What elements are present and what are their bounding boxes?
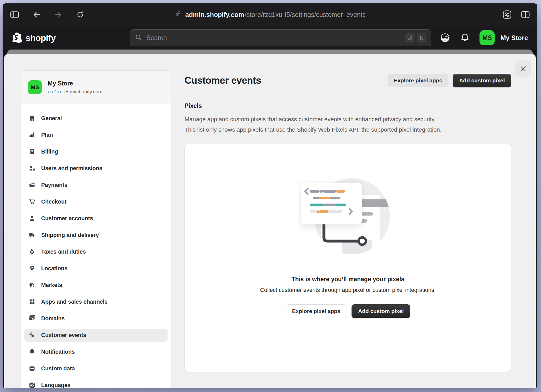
sidebar-item-custom-data[interactable]: Custom data xyxy=(24,362,168,375)
shopify-logo[interactable]: shopify xyxy=(12,32,56,44)
empty-state-title: This is where you’ll manage your pixels xyxy=(291,276,404,283)
sidebar-item-customer-accounts[interactable]: Customer accounts xyxy=(24,212,168,225)
store-avatar: MS xyxy=(28,80,42,94)
sidebar-item-label: Shipping and delivery xyxy=(41,232,99,238)
sidebar-item-billing[interactable]: $Billing xyxy=(24,145,168,158)
sidebar-item-checkout[interactable]: Checkout xyxy=(24,195,168,208)
notifications-bell-icon[interactable] xyxy=(460,33,470,43)
search-icon xyxy=(135,34,142,42)
sidebar-item-markets[interactable]: $Markets xyxy=(24,279,168,292)
sidebar-item-customer-events[interactable]: Customer events xyxy=(24,329,168,342)
browser-settings-icon[interactable] xyxy=(502,9,512,20)
languages-icon: A xyxy=(29,382,35,388)
settings-sidebar: MS My Store rzq1xu-f5.myshopify.com Gene… xyxy=(21,54,171,388)
svg-text:$: $ xyxy=(31,149,33,153)
url-path: /store/rzq1xu-f5/settings/customer_event… xyxy=(245,11,366,19)
sidebar-item-plan[interactable]: Plan xyxy=(24,128,168,142)
store-domain: rzq1xu-f5.myshopify.com xyxy=(48,89,102,95)
store-header[interactable]: MS My Store rzq1xu-f5.myshopify.com xyxy=(21,71,171,104)
browser-chrome: admin.shopify.com/store/rzq1xu-f5/settin… xyxy=(3,3,537,26)
sidebar-item-apps-and-sales-channels[interactable]: Apps and sales channels xyxy=(24,295,168,308)
add-custom-pixel-button[interactable]: Add custom pixel xyxy=(453,74,511,87)
search-placeholder: Search xyxy=(146,34,167,42)
markets-icon: $ xyxy=(29,282,35,289)
notifications-icon xyxy=(29,348,35,355)
custom-data-icon xyxy=(29,365,35,372)
sidebar-item-label: Locations xyxy=(41,265,67,272)
settings-menu: GeneralPlan$BillingUsers and permissions… xyxy=(21,104,171,388)
sidebar-toggle-icon[interactable] xyxy=(9,9,20,20)
sidebar-item-domains[interactable]: Domains xyxy=(24,312,168,325)
pixels-description: Manage app and custom pixels that access… xyxy=(185,114,511,135)
sidebar-item-notifications[interactable]: Notifications xyxy=(24,345,168,358)
url-host: admin.shopify.com xyxy=(185,11,244,19)
svg-text:A: A xyxy=(30,384,32,387)
link-icon xyxy=(174,10,182,19)
add-custom-pixel-button-empty[interactable]: Add custom pixel xyxy=(352,304,410,318)
search-input[interactable]: Search ⌘ K xyxy=(130,29,431,46)
sidebar-item-label: Users and permissions xyxy=(41,165,102,172)
sidebar-item-label: Billing xyxy=(41,149,58,155)
sidebar-item-label: Customer accounts xyxy=(41,215,93,222)
sidebar-item-shipping-and-delivery[interactable]: Shipping and delivery xyxy=(24,229,168,242)
empty-state-subtitle: Collect customer events through app pixe… xyxy=(260,287,436,293)
taxes-icon xyxy=(29,248,35,255)
sidebar-item-taxes-and-duties[interactable]: Taxes and duties xyxy=(24,245,168,258)
pixels-illustration xyxy=(298,177,397,255)
shopify-bag-icon xyxy=(12,32,23,44)
store-name: My Store xyxy=(48,80,102,87)
explore-pixel-apps-button-empty[interactable]: Explore pixel apps xyxy=(286,304,347,318)
sidebar-item-languages[interactable]: ALanguages xyxy=(24,379,168,388)
explore-pixel-apps-button[interactable]: Explore pixel apps xyxy=(388,74,448,87)
app-pixels-link[interactable]: app pixels xyxy=(237,126,263,133)
back-icon[interactable] xyxy=(31,9,42,20)
store-card: MS My Store rzq1xu-f5.myshopify.com Gene… xyxy=(21,70,171,388)
description-line2-post: that use the Shopify Web Pixels API, the… xyxy=(263,126,441,133)
sidebar-item-users-and-permissions[interactable]: Users and permissions xyxy=(24,162,168,175)
billing-icon: $ xyxy=(29,148,35,155)
split-view-icon[interactable] xyxy=(520,9,531,20)
close-button[interactable] xyxy=(515,60,531,77)
sidebar-item-label: Markets xyxy=(41,282,62,289)
description-line2-pre: This list only shows xyxy=(185,126,237,133)
shipping-icon xyxy=(29,232,35,238)
assistant-face-icon[interactable] xyxy=(440,33,450,43)
sidebar-item-label: Customer events xyxy=(41,332,86,339)
sidebar-item-label: Custom data xyxy=(41,365,75,372)
sidebar-item-label: Apps and sales channels xyxy=(41,299,108,305)
settings-modal: MS My Store rzq1xu-f5.myshopify.com Gene… xyxy=(4,54,536,388)
sidebar-item-label: Languages xyxy=(41,382,71,389)
pixels-heading: Pixels xyxy=(185,102,511,109)
k-key: K xyxy=(417,33,426,42)
sidebar-item-locations[interactable]: Locations xyxy=(24,262,168,275)
sidebar-item-label: General xyxy=(41,115,62,122)
header-store-name[interactable]: My Store xyxy=(500,34,528,42)
sidebar-item-label: Taxes and duties xyxy=(41,249,86,255)
reload-icon[interactable] xyxy=(75,9,85,20)
sidebar-item-label: Notifications xyxy=(41,349,75,355)
pixels-empty-card: This is where you’ll manage your pixels … xyxy=(185,144,511,372)
payments-icon xyxy=(29,182,35,188)
page-behind-modal xyxy=(7,50,533,54)
browser-window: admin.shopify.com/store/rzq1xu-f5/settin… xyxy=(3,3,537,388)
sidebar-item-label: Checkout xyxy=(41,199,66,205)
page-title: Customer events xyxy=(185,75,261,86)
settings-main: Customer events Explore pixel apps Add c… xyxy=(171,54,536,388)
apps-icon xyxy=(29,298,35,305)
store-icon xyxy=(29,115,35,122)
app-header: shopify Search ⌘ K xyxy=(3,26,537,50)
sidebar-item-payments[interactable]: Payments xyxy=(24,179,168,192)
shopify-wordmark: shopify xyxy=(26,33,56,43)
user-avatar[interactable]: MS xyxy=(479,30,495,45)
sidebar-item-general[interactable]: General xyxy=(24,112,168,125)
svg-text:$: $ xyxy=(33,285,34,288)
address-bar[interactable]: admin.shopify.com/store/rzq1xu-f5/settin… xyxy=(174,10,366,19)
content-area: MS My Store rzq1xu-f5.myshopify.com Gene… xyxy=(3,50,537,388)
sidebar-item-label: Payments xyxy=(41,182,67,188)
description-line1: Manage app and custom pixels that access… xyxy=(185,116,436,123)
forward-icon[interactable] xyxy=(53,9,64,20)
close-icon xyxy=(521,66,525,71)
customer-events-icon xyxy=(29,332,35,339)
locations-icon xyxy=(29,265,35,272)
plan-icon xyxy=(29,132,35,138)
